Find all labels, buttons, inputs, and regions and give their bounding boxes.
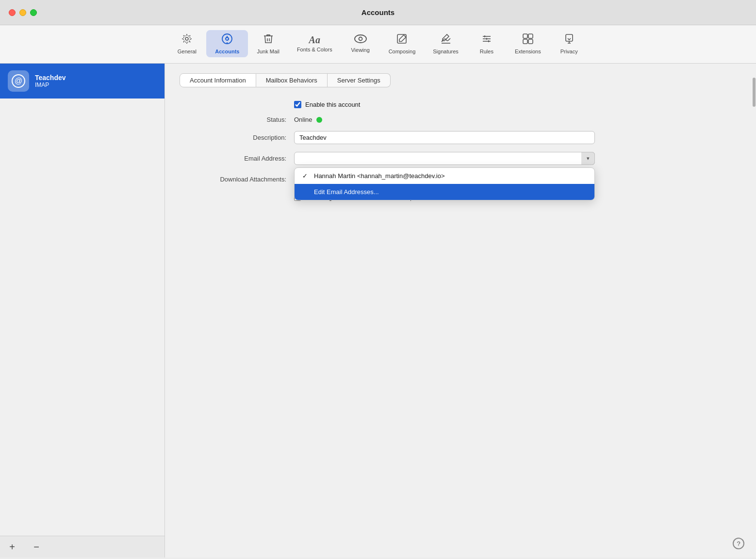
svg-point-3 [226,37,229,40]
svg-point-1 [183,35,190,42]
fonts-colors-label: Fonts & Colors [297,47,332,52]
toolbar-item-signatures[interactable]: Signatures [424,30,467,57]
account-type: IMAP [35,82,66,88]
general-label: General [178,49,197,54]
dropdown-item-hannah[interactable]: ✓ Hannah Martin <hannah_martin@teachdev.… [295,168,594,184]
add-account-button[interactable]: + [0,536,24,558]
tabs: Account Information Mailbox Behaviors Se… [180,73,741,87]
right-panel: Account Information Mailbox Behaviors Se… [165,64,756,558]
tab-server-settings[interactable]: Server Settings [328,73,391,87]
junk-mail-icon [263,33,274,47]
accounts-icon [221,33,233,47]
account-info: Teachdev IMAP [35,74,66,88]
svg-point-6 [359,37,362,41]
remove-account-button[interactable]: − [24,536,49,558]
toolbar-item-accounts[interactable]: Accounts [206,30,248,57]
scrollbar-track[interactable] [752,68,756,530]
dropdown-item-edit-email[interactable]: Edit Email Addresses... [295,184,594,200]
account-name: Teachdev [35,74,66,82]
email-address-input[interactable] [294,152,595,165]
email-dropdown-popup: ✓ Hannah Martin <hannah_martin@teachdev.… [294,167,595,200]
email-address-row: Email Address: ▾ ✓ Hannah Martin <hannah… [189,152,732,165]
minimize-button[interactable] [19,9,26,16]
viewing-icon [354,34,367,45]
status-field-label: Status: [189,116,286,123]
svg-rect-15 [528,39,533,44]
toolbar-item-junk-mail[interactable]: Junk Mail [248,30,288,57]
account-item-teachdev[interactable]: @ Teachdev IMAP [0,64,164,99]
description-control [294,131,595,144]
email-address-label: Email Address: [189,155,286,162]
rules-label: Rules [480,49,493,54]
toolbar-item-rules[interactable]: Rules [467,30,506,57]
maximize-button[interactable] [30,9,37,16]
extensions-icon [522,33,534,47]
toolbar-item-viewing[interactable]: Viewing [341,32,380,56]
svg-rect-13 [528,34,533,38]
scrollbar-thumb [753,78,756,107]
toolbar: General Accounts Junk Mail Aa [0,25,756,64]
account-avatar: @ [8,70,29,92]
help-button[interactable]: ? [733,538,744,549]
enable-account-row: Enable this account [294,101,732,108]
viewing-label: Viewing [351,47,369,53]
form-section: Enable this account Status: Online Descr… [180,101,741,201]
description-input[interactable] [294,131,595,144]
description-label: Description: [189,134,286,141]
status-value-container: Online [294,116,322,123]
extensions-label: Extensions [515,49,541,54]
titlebar: Accounts [0,0,756,25]
signatures-icon [440,33,452,47]
tab-account-information[interactable]: Account Information [180,73,256,87]
privacy-label: Privacy [560,49,578,54]
close-button[interactable] [9,9,16,16]
main-content: @ Teachdev IMAP + − Account Information … [0,64,756,558]
enable-account-label: Enable this account [305,101,360,108]
download-attachments-label: Download Attachments: [189,176,286,183]
description-row: Description: [189,131,732,144]
traffic-lights [9,9,37,16]
check-icon: ✓ [302,172,310,180]
toolbar-item-fonts-colors[interactable]: Aa Fonts & Colors [288,32,341,55]
email-dropdown-button[interactable]: ▾ [581,152,595,165]
dropdown-item-edit-label: Edit Email Addresses... [314,188,379,196]
sidebar-spacer [0,99,164,536]
general-icon [181,33,193,47]
status-row: Status: Online [189,116,732,123]
sidebar: @ Teachdev IMAP + − [0,64,165,558]
toolbar-item-extensions[interactable]: Extensions [506,30,550,57]
privacy-icon [563,33,575,47]
email-address-control: ▾ [294,152,595,165]
toolbar-item-composing[interactable]: Composing [380,30,425,57]
svg-rect-12 [523,34,527,38]
status-text: Online [294,116,312,123]
composing-label: Composing [389,49,416,54]
composing-icon [396,33,408,47]
svg-text:@: @ [15,77,22,85]
svg-point-5 [355,35,366,43]
sidebar-action-spacer [49,536,164,558]
signatures-label: Signatures [433,49,459,54]
window-title: Accounts [362,8,394,16]
tab-mailbox-behaviors[interactable]: Mailbox Behaviors [256,73,328,87]
status-indicator [316,117,322,123]
fonts-colors-icon: Aa [309,35,320,45]
toolbar-item-general[interactable]: General [167,30,206,57]
accounts-label: Accounts [215,49,239,54]
enable-account-checkbox[interactable] [294,101,301,108]
toolbar-item-privacy[interactable]: Privacy [550,30,589,57]
junk-mail-label: Junk Mail [257,49,279,54]
svg-point-0 [185,37,188,40]
sidebar-actions: + − [0,536,164,558]
svg-rect-14 [523,39,527,44]
dropdown-item-hannah-label: Hannah Martin <hannah_martin@teachdev.io… [314,172,445,180]
rules-icon [481,33,493,47]
